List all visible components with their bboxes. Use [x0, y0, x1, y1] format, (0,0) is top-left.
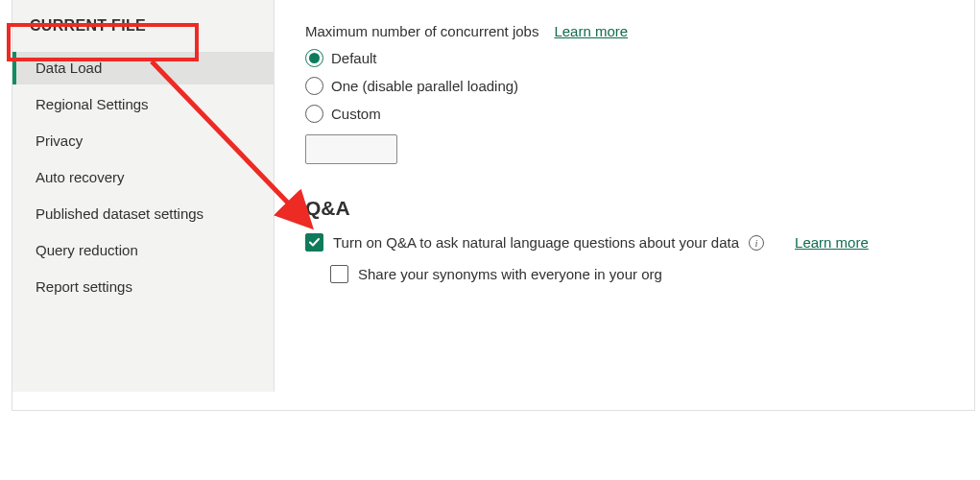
concurrent-jobs-learn-more-link[interactable]: Learn more: [554, 23, 628, 39]
radio-label: Custom: [331, 106, 381, 122]
sidebar-item-label: Report settings: [36, 278, 132, 295]
sidebar-item-query-reduction[interactable]: Query reduction: [12, 234, 274, 267]
qa-learn-more-link[interactable]: Learn more: [795, 234, 869, 251]
sidebar-item-report-settings[interactable]: Report settings: [12, 271, 274, 303]
qa-share-row[interactable]: Share your synonyms with everyone in you…: [330, 265, 974, 283]
sidebar-item-privacy[interactable]: Privacy: [12, 125, 274, 157]
custom-value-input[interactable]: [305, 134, 397, 164]
radio-default[interactable]: Default: [305, 49, 974, 67]
sidebar-item-label: Query reduction: [36, 242, 138, 258]
radio-button-icon: [305, 105, 323, 123]
concurrent-jobs-label: Maximum number of concurrent jobs: [305, 23, 538, 39]
sidebar-header: CURRENT FILE: [12, 0, 274, 52]
sidebar-item-published-dataset-settings[interactable]: Published dataset settings: [12, 198, 274, 230]
radio-one[interactable]: One (disable parallel loading): [305, 77, 974, 95]
radio-label: One (disable parallel loading): [331, 78, 518, 94]
sidebar: CURRENT FILE Data Load Regional Settings…: [12, 0, 275, 392]
radio-label: Default: [331, 50, 377, 66]
qa-share-label: Share your synonyms with everyone in you…: [358, 266, 662, 282]
sidebar-item-label: Privacy: [36, 132, 83, 149]
sidebar-item-regional-settings[interactable]: Regional Settings: [12, 88, 274, 121]
sidebar-item-label: Data Load: [36, 60, 102, 76]
sidebar-item-data-load[interactable]: Data Load: [12, 52, 274, 84]
sidebar-item-auto-recovery[interactable]: Auto recovery: [12, 161, 274, 194]
sidebar-item-label: Published dataset settings: [36, 205, 203, 222]
sidebar-item-label: Auto recovery: [36, 169, 125, 185]
main-panel: Maximum number of concurrent jobs Learn …: [275, 0, 974, 410]
info-icon[interactable]: i: [749, 235, 764, 251]
qa-turn-on-label: Turn on Q&A to ask natural language ques…: [333, 234, 739, 251]
checkbox-icon: [330, 265, 348, 283]
sidebar-item-label: Regional Settings: [36, 96, 149, 112]
qa-heading: Q&A: [305, 197, 974, 220]
checkbox-icon: [305, 233, 323, 252]
radio-button-icon: [305, 77, 323, 95]
radio-button-icon: [305, 49, 323, 67]
radio-custom[interactable]: Custom: [305, 105, 974, 123]
qa-turn-on-row[interactable]: Turn on Q&A to ask natural language ques…: [305, 233, 739, 252]
